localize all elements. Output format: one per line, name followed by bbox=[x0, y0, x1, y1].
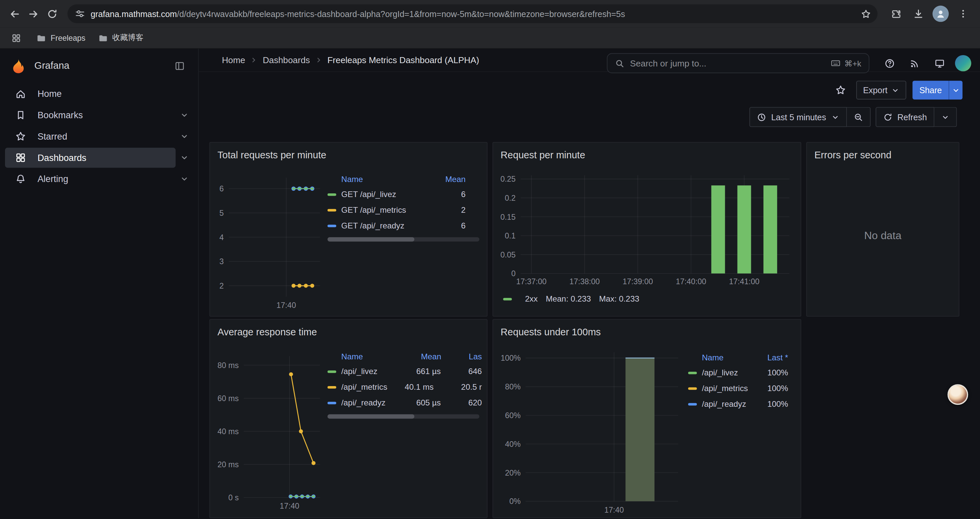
keyboard-icon bbox=[830, 58, 841, 68]
legend-scrollbar-thumb[interactable] bbox=[328, 414, 414, 418]
legend-col-name[interactable]: Name bbox=[341, 351, 399, 361]
legend-col-mean[interactable]: Mean bbox=[445, 174, 482, 184]
grafana-logo[interactable] bbox=[10, 57, 27, 74]
share-button[interactable]: Share bbox=[913, 81, 949, 99]
legend-col-mean[interactable]: Mean bbox=[399, 351, 441, 361]
sidebar-item-starred[interactable]: Starred bbox=[5, 126, 176, 146]
legend-row-metrics[interactable]: GET /api/_metrics 2 bbox=[328, 202, 482, 218]
breadcrumb-home[interactable]: Home bbox=[222, 55, 245, 65]
bookmark-star-icon[interactable] bbox=[861, 8, 871, 19]
sidebar-expand-starred[interactable] bbox=[176, 128, 193, 145]
share-menu-button[interactable] bbox=[949, 81, 963, 99]
refresh-interval-button[interactable] bbox=[934, 107, 957, 127]
search-icon bbox=[615, 58, 624, 68]
series-swatch bbox=[328, 209, 336, 211]
legend-header-row: Name Mean Las bbox=[328, 349, 482, 364]
floating-assistant-avatar[interactable] bbox=[948, 384, 968, 405]
legend-header-row: Name Mean bbox=[328, 171, 482, 186]
legend-row-readyz[interactable]: /api/_readyz 605 µs 620 bbox=[328, 395, 482, 410]
legend-row-livez[interactable]: /api/_livez 661 µs 646 bbox=[328, 364, 482, 379]
series-swatch bbox=[688, 387, 697, 390]
refresh-icon bbox=[883, 112, 892, 121]
sidebar-expand-bookmarks[interactable] bbox=[176, 107, 193, 124]
legend-col-last[interactable]: Last * bbox=[767, 353, 795, 362]
svg-text:17:38:00: 17:38:00 bbox=[570, 277, 600, 286]
legend-row-metrics[interactable]: /api/_metrics 40.1 ms 20.5 r bbox=[328, 379, 482, 395]
svg-text:3: 3 bbox=[220, 257, 224, 266]
sidebar-item-dashboards[interactable]: Dashboards bbox=[5, 148, 176, 168]
share-split-button: Share bbox=[913, 81, 963, 99]
search-input[interactable] bbox=[630, 58, 825, 68]
breadcrumb-current: Freeleaps Metrics Dashboard (ALPHA) bbox=[328, 55, 479, 65]
breadcrumb-dashboards[interactable]: Dashboards bbox=[263, 55, 310, 65]
browser-toolbar: grafana.mathmast.com/d/deytv4rwavabkb/fr… bbox=[0, 0, 980, 27]
sidebar-expand-dashboards[interactable] bbox=[176, 149, 193, 166]
time-range-picker[interactable]: Last 5 minutes bbox=[749, 107, 846, 127]
panel-title[interactable]: Errors per second bbox=[807, 143, 959, 165]
rss-icon bbox=[909, 58, 920, 69]
reload-button[interactable] bbox=[42, 4, 61, 23]
svg-text:4: 4 bbox=[220, 233, 224, 242]
legend-row-livez[interactable]: GET /api/_livez 6 bbox=[328, 186, 482, 202]
legend-row-readyz[interactable]: /api/_readyz 100% bbox=[688, 396, 795, 412]
site-info-icon[interactable] bbox=[75, 9, 85, 19]
legend-scrollbar[interactable] bbox=[328, 237, 479, 241]
legend-row-readyz[interactable]: GET /api/_readyz 6 bbox=[328, 218, 482, 233]
svg-text:17:40: 17:40 bbox=[280, 501, 299, 510]
time-range-label: Last 5 minutes bbox=[771, 112, 826, 121]
bookmark-icon bbox=[15, 110, 26, 121]
legend-row-livez[interactable]: /api/_livez 100% bbox=[688, 365, 795, 380]
legend-col-last[interactable]: Las bbox=[441, 351, 482, 361]
sidebar-expand-alerting[interactable] bbox=[176, 170, 193, 188]
panel-title[interactable]: Average response time bbox=[210, 319, 487, 342]
panel-title[interactable]: Request per minute bbox=[493, 143, 800, 165]
kiosk-mode-button[interactable] bbox=[930, 54, 949, 72]
download-button[interactable] bbox=[908, 4, 927, 23]
empty-grid-cell bbox=[806, 319, 959, 518]
search-box[interactable]: ⌘+k bbox=[607, 53, 869, 73]
extensions-icon bbox=[890, 8, 901, 19]
url-bar[interactable]: grafana.mathmast.com/d/deytv4rwavabkb/fr… bbox=[67, 4, 877, 23]
refresh-button[interactable]: Refresh bbox=[876, 107, 935, 127]
apps-grid-button[interactable] bbox=[9, 30, 24, 45]
request-per-minute-chart[interactable]: 0.250.20.150.10.05017:37:0017:38:0017:39… bbox=[498, 170, 792, 289]
browser-menu-button[interactable] bbox=[954, 4, 972, 23]
zoom-out-button[interactable] bbox=[846, 107, 870, 127]
sidebar-item-alerting[interactable]: Alerting bbox=[5, 169, 176, 189]
legend-col-name[interactable]: Name bbox=[702, 353, 767, 362]
total-requests-chart[interactable]: 6543217:40 bbox=[215, 170, 323, 313]
legend-scrollbar-thumb[interactable] bbox=[328, 237, 414, 241]
zoom-out-icon bbox=[854, 112, 863, 121]
legend-col-name[interactable]: Name bbox=[341, 174, 445, 184]
requests-under-100ms-chart[interactable]: 100%80%60%40%20%0%17:40 bbox=[498, 347, 681, 517]
browser-profile-button[interactable] bbox=[931, 4, 950, 23]
export-button[interactable]: Export bbox=[856, 81, 906, 99]
average-response-time-chart[interactable]: 80 ms60 ms40 ms20 ms0 s17:40 bbox=[215, 347, 323, 514]
dashboard-grid: Total requests per minute 6543217:40 Nam… bbox=[210, 142, 980, 518]
chevron-right-icon bbox=[250, 56, 258, 64]
forward-button[interactable] bbox=[24, 4, 42, 23]
svg-text:17:40:00: 17:40:00 bbox=[676, 277, 706, 286]
svg-text:0.2: 0.2 bbox=[505, 194, 516, 203]
panel-total-requests: Total requests per minute 6543217:40 Nam… bbox=[210, 142, 488, 316]
sidebar-item-bookmarks[interactable]: Bookmarks bbox=[5, 105, 176, 125]
extensions-button[interactable] bbox=[886, 4, 905, 23]
legend-row-metrics[interactable]: /api/_metrics 100% bbox=[688, 380, 795, 396]
url-text[interactable]: grafana.mathmast.com/d/deytv4rwavabkb/fr… bbox=[91, 9, 855, 18]
panel-title[interactable]: Requests under 100ms bbox=[493, 319, 800, 342]
bookmark-item-blogs[interactable]: 收藏博客 bbox=[98, 32, 143, 43]
back-button[interactable] bbox=[5, 4, 24, 23]
help-button[interactable] bbox=[880, 54, 899, 72]
sidebar-item-label: Home bbox=[37, 89, 61, 99]
panel-title[interactable]: Total requests per minute bbox=[210, 143, 487, 165]
favorite-dashboard-button[interactable] bbox=[831, 81, 850, 99]
legend-2xx[interactable]: 2xx Mean: 0.233 Max: 0.233 bbox=[503, 294, 795, 303]
legend-scrollbar[interactable] bbox=[328, 414, 479, 418]
help-icon bbox=[884, 58, 895, 69]
sidebar-item-home[interactable]: Home bbox=[5, 84, 193, 104]
star-icon bbox=[835, 85, 846, 96]
news-button[interactable] bbox=[905, 54, 924, 72]
dock-menu-button[interactable] bbox=[171, 57, 188, 75]
bookmark-item-freeleaps[interactable]: Freeleaps bbox=[37, 33, 85, 43]
user-avatar[interactable] bbox=[955, 55, 971, 72]
